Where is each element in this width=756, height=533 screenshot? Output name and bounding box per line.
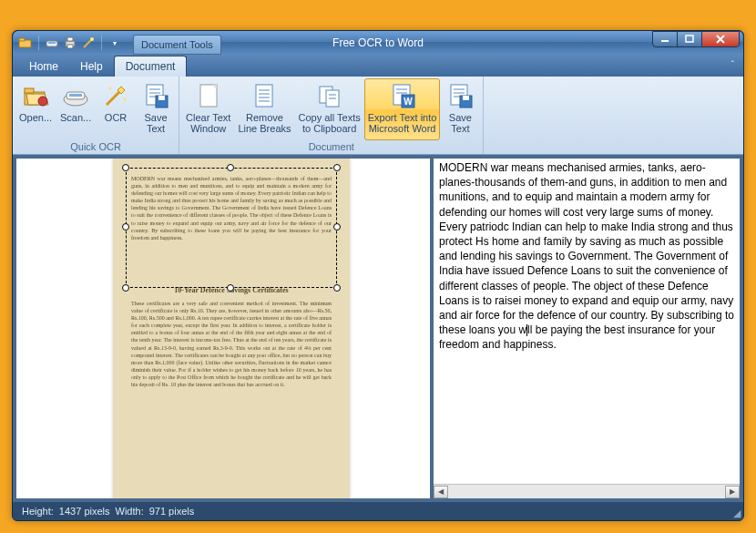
selection-handle-n[interactable] (227, 164, 234, 171)
scanner-icon (61, 81, 90, 110)
scroll-right-icon[interactable]: ▶ (725, 486, 740, 498)
minimize-button[interactable] (652, 31, 678, 47)
window-controls (653, 31, 740, 47)
svg-rect-19 (69, 94, 82, 97)
scan-icon[interactable] (45, 36, 59, 50)
ribbon-tabbar: Home Help Document ˆ (13, 55, 743, 77)
ocr-selection-box[interactable] (126, 168, 337, 288)
ribbon: Open... Scan... OCR Save Text Quick OCR (13, 77, 743, 155)
scroll-left-icon[interactable]: ◀ (434, 486, 448, 498)
export-word-button[interactable]: W Export Text into Microsoft Word (364, 78, 441, 140)
status-height-value: 1437 pixels (59, 506, 110, 517)
svg-rect-29 (158, 96, 165, 100)
page-save-icon (141, 81, 170, 110)
selection-handle-e[interactable] (333, 223, 341, 231)
save-text-button-2[interactable]: Save Text (440, 78, 480, 140)
svg-rect-51 (463, 96, 469, 100)
tab-home[interactable]: Home (18, 56, 69, 77)
svg-rect-10 (686, 36, 693, 42)
titlebar: ▾ Document Tools Free OCR to Word (13, 31, 743, 55)
statusbar: Height: 1437 pixels Width: 971 pixels ◢ (13, 502, 743, 520)
close-button[interactable] (701, 31, 740, 47)
horizontal-scrollbar[interactable]: ◀ ▶ (434, 484, 740, 498)
status-width-label: Width: (116, 506, 144, 517)
svg-rect-6 (67, 45, 73, 48)
content-area: MODERN war means mechanised armies, tank… (13, 155, 743, 502)
maximize-button[interactable] (677, 31, 702, 47)
quick-access-toolbar: ▾ (13, 31, 128, 55)
copy-all-texts-button[interactable]: Copy all Texts to Clipboard (295, 78, 364, 140)
svg-rect-32 (256, 85, 272, 107)
svg-rect-1 (19, 38, 25, 41)
app-title: Free OCR to Word (332, 36, 424, 49)
ribbon-group-document: Clear Text Window Remove Line Breaks Cop… (179, 77, 484, 154)
selection-handle-ne[interactable] (333, 164, 341, 171)
ribbon-group-quick-ocr: Open... Scan... OCR Save Text Quick OCR (13, 77, 179, 154)
page-lines-icon (250, 81, 279, 110)
svg-point-16 (38, 97, 47, 106)
svg-rect-30 (200, 85, 217, 107)
selection-handle-w[interactable] (122, 223, 129, 231)
svg-point-23 (124, 98, 127, 101)
tab-help[interactable]: Help (69, 56, 114, 77)
page-save-icon (445, 81, 475, 110)
scanned-paragraph-2: These certificates are a very safe and c… (131, 300, 332, 388)
selection-handle-se[interactable] (333, 284, 341, 292)
svg-text:W: W (404, 97, 413, 107)
selection-handle-nw[interactable] (122, 164, 129, 171)
context-tab-document-tools[interactable]: Document Tools (133, 35, 221, 55)
ocr-text-pre: MODERN war means mechanised armies, tank… (439, 161, 734, 336)
selection-handle-sw[interactable] (122, 284, 129, 292)
svg-rect-3 (48, 42, 56, 44)
svg-rect-14 (25, 88, 34, 93)
ocr-text-output[interactable]: MODERN war means mechanised armies, tank… (434, 159, 740, 484)
clear-text-button[interactable]: Clear Text Window (182, 78, 234, 140)
qat-dropdown-icon[interactable]: ▾ (107, 36, 122, 50)
resize-grip-icon[interactable]: ◢ (733, 508, 741, 518)
status-height-label: Height: (22, 506, 54, 517)
remove-line-breaks-button[interactable]: Remove Line Breaks (234, 78, 294, 140)
status-width-value: 971 pixels (149, 506, 195, 517)
svg-point-8 (90, 37, 94, 41)
save-text-button[interactable]: Save Text (136, 78, 176, 140)
wand-icon (101, 81, 130, 110)
folder-icon[interactable] (18, 36, 33, 50)
svg-rect-5 (67, 37, 73, 41)
app-window: ▾ Document Tools Free OCR to Word Home H… (12, 30, 744, 521)
group-label-document: Document (182, 140, 480, 154)
ocr-button[interactable]: OCR (96, 78, 136, 140)
svg-line-20 (107, 90, 121, 105)
group-label-quick-ocr: Quick OCR (15, 140, 176, 154)
pages-copy-icon (315, 81, 344, 110)
folder-open-icon (21, 81, 50, 110)
open-button[interactable]: Open... (15, 78, 56, 140)
selection-handle-s[interactable] (227, 284, 234, 292)
image-panel[interactable]: MODERN war means mechanised armies, tank… (16, 159, 430, 498)
page-word-icon: W (388, 81, 417, 110)
blank-page-icon (194, 81, 223, 110)
tab-document[interactable]: Document (114, 56, 188, 77)
context-tab-label: Document Tools (141, 39, 213, 50)
wand-icon[interactable] (81, 36, 96, 50)
scan-button[interactable]: Scan... (56, 78, 96, 140)
svg-point-22 (109, 87, 112, 90)
ribbon-collapse-icon[interactable]: ˆ (731, 60, 734, 70)
text-panel: MODERN war means mechanised armies, tank… (434, 159, 740, 498)
print-icon[interactable] (63, 36, 77, 50)
